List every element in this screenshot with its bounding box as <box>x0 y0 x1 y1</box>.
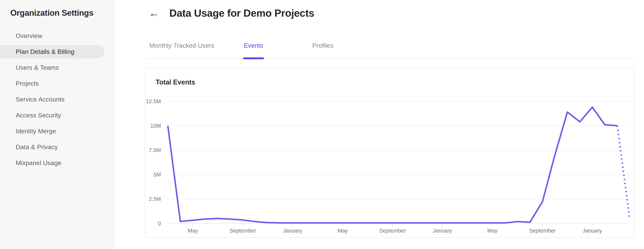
sidebar-item-label: Plan Details & Billing <box>16 48 74 55</box>
tab-events[interactable]: Events <box>244 37 263 58</box>
events-chart[interactable]: 12.5M10M7.5M5M2.5M0MaySeptemberJanuaryMa… <box>145 96 634 238</box>
sidebar-item-label: Access Security <box>16 112 61 119</box>
sidebar-item-data-privacy[interactable]: Data & Privacy <box>0 140 104 154</box>
card-title: Total Events <box>156 78 195 86</box>
back-arrow-icon[interactable]: ← <box>149 8 162 18</box>
page-title: Data Usage for Demo Projects <box>169 7 314 19</box>
sidebar-item-label: Service Accounts <box>16 96 64 103</box>
sidebar-item-users-teams[interactable]: Users & Teams <box>0 61 104 74</box>
x-axis-label: January <box>283 228 302 234</box>
sidebar-title: Organization Settings <box>10 8 114 17</box>
sidebar-item-mixpanel-usage[interactable]: Mixpanel Usage <box>0 156 104 170</box>
x-axis-label: May <box>338 228 348 234</box>
tab-monthly-tracked-users[interactable]: Monthly Tracked Users <box>149 37 214 58</box>
total-events-line-projection-dotted <box>617 126 630 220</box>
y-axis-label: 12.5M <box>146 98 161 104</box>
sidebar-item-label: Overview <box>16 32 42 39</box>
main-content: ← Data Usage for Demo Projects Monthly T… <box>114 0 644 249</box>
sidebar-item-label: Projects <box>16 80 39 87</box>
total-events-line <box>168 107 617 223</box>
sidebar-item-label: Data & Privacy <box>16 143 58 151</box>
y-axis-label: 0 <box>158 220 161 226</box>
sidebar-item-label: Mixpanel Usage <box>16 159 61 167</box>
x-axis-label: September <box>529 228 556 234</box>
page-header: ← Data Usage for Demo Projects <box>149 7 644 19</box>
y-axis-label: 2.5M <box>149 196 161 202</box>
sidebar-item-identity-merge[interactable]: Identity Merge <box>0 124 104 138</box>
total-events-card: Total Events 12.5M10M7.5M5M2.5M0MaySepte… <box>145 68 635 238</box>
sidebar-item-label: Users & Teams <box>16 64 59 71</box>
x-axis-label: January <box>583 228 602 234</box>
x-axis-label: January <box>433 228 452 234</box>
y-axis-label: 10M <box>150 123 161 129</box>
events-chart-svg: 12.5M10M7.5M5M2.5M0MaySeptemberJanuaryMa… <box>145 96 634 238</box>
sidebar-item-projects[interactable]: Projects <box>0 77 104 90</box>
sidebar-item-plan-details-billing[interactable]: Plan Details & Billing <box>0 45 104 58</box>
sidebar-item-access-security[interactable]: Access Security <box>0 109 104 122</box>
sidebar-nav: Overview Plan Details & Billing Users & … <box>0 29 114 170</box>
usage-tabs: Monthly Tracked Users Events Profiles <box>145 37 635 58</box>
organization-settings-sidebar: Organization Settings Overview Plan Deta… <box>0 0 114 249</box>
x-axis-label: May <box>188 228 198 234</box>
x-axis-label: September <box>379 228 406 234</box>
sidebar-item-overview[interactable]: Overview <box>0 29 104 42</box>
y-axis-label: 5M <box>154 172 161 178</box>
y-axis-label: 7.5M <box>149 147 161 153</box>
x-axis-label: May <box>488 228 498 234</box>
sidebar-item-label: Identity Merge <box>16 127 56 135</box>
sidebar-item-service-accounts[interactable]: Service Accounts <box>0 93 104 106</box>
tab-profiles[interactable]: Profiles <box>312 37 334 58</box>
card-header: Total Events <box>145 68 634 96</box>
x-axis-label: September <box>230 228 256 234</box>
